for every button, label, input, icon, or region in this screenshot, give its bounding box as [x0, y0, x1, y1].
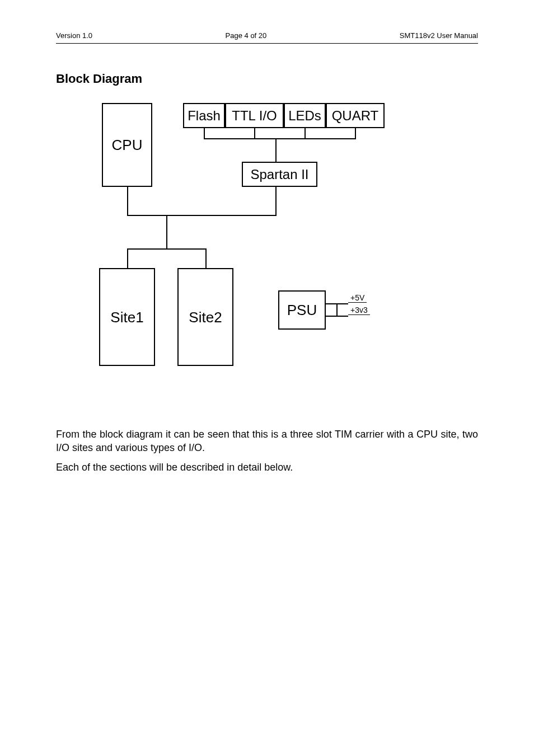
- block-diagram: CPU Flash TTL I/O LEDs QUART Spartan II …: [56, 103, 478, 405]
- line-to-site2: [205, 248, 207, 268]
- page-header: Version 1.0 Page 4 of 20 SMT118v2 User M…: [56, 31, 478, 44]
- line-spartan-down: [275, 187, 277, 216]
- block-leds: LEDs: [284, 103, 326, 128]
- block-site1: Site1: [99, 268, 155, 366]
- block-cpu: CPU: [102, 103, 152, 187]
- block-quart: QUART: [326, 103, 385, 128]
- paragraph-2: Each of the sections will be described i…: [56, 461, 478, 474]
- block-ttl-io: TTL I/O: [225, 103, 284, 128]
- line-bus-to-spartan: [275, 138, 277, 162]
- header-manual-title: SMT118v2 User Manual: [400, 31, 478, 40]
- block-site2: Site2: [177, 268, 233, 366]
- block-psu: PSU: [278, 290, 326, 330]
- page: Version 1.0 Page 4 of 20 SMT118v2 User M…: [0, 0, 534, 756]
- line-top-bus: [204, 138, 356, 139]
- line-leds-drop: [305, 128, 306, 138]
- header-page-number: Page 4 of 20: [226, 31, 267, 40]
- line-ttl-drop: [254, 128, 255, 138]
- line-quart-drop: [355, 128, 356, 138]
- block-flash: Flash: [183, 103, 225, 128]
- header-version: Version 1.0: [56, 31, 92, 40]
- paragraph-1: From the block diagram it can be seen th…: [56, 428, 478, 455]
- body-text: From the block diagram it can be seen th…: [56, 428, 478, 474]
- line-to-site1: [127, 248, 128, 268]
- psu-output-3v3: +3v3: [348, 306, 370, 315]
- line-cpu-down: [127, 187, 128, 215]
- line-to-site-bus-v: [166, 215, 167, 248]
- line-site-bus: [127, 248, 207, 250]
- line-cpu-to-spartan-h: [127, 215, 277, 216]
- section-title: Block Diagram: [56, 72, 478, 86]
- psu-output-5v: +5V: [348, 293, 367, 303]
- line-psu-out-join: [336, 303, 338, 317]
- block-spartan: Spartan II: [242, 162, 317, 187]
- line-flash-drop: [204, 128, 205, 138]
- diagram-canvas: CPU Flash TTL I/O LEDs QUART Spartan II …: [96, 103, 438, 405]
